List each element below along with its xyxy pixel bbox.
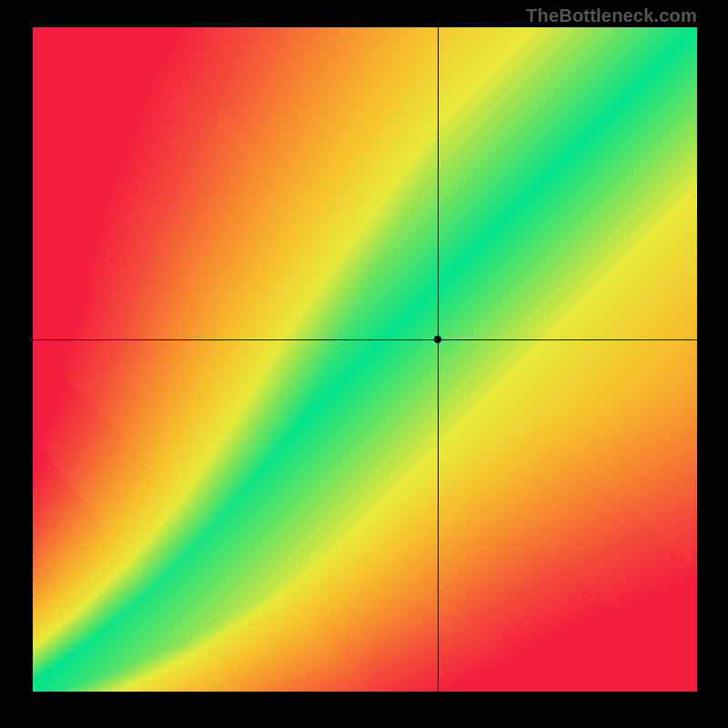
crosshair-horizontal (33, 339, 697, 340)
watermark-text: TheBottleneck.com (526, 5, 697, 26)
crosshair-marker (434, 336, 441, 343)
crosshair-vertical (438, 27, 439, 692)
heatmap-canvas (33, 27, 697, 692)
chart-stage: TheBottleneck.com (0, 0, 728, 728)
plot-area (33, 27, 697, 692)
